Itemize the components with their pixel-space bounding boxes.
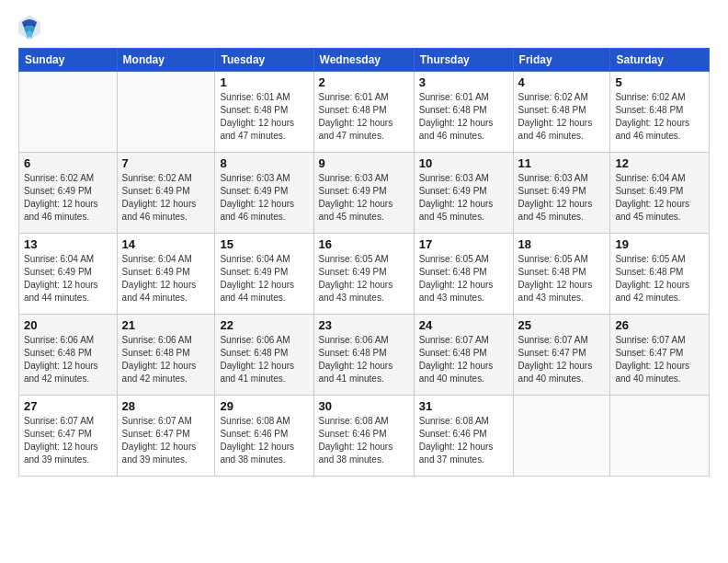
- weekday-header-thursday: Thursday: [414, 49, 513, 72]
- page: SundayMondayTuesdayWednesdayThursdayFrid…: [0, 0, 728, 486]
- day-number: 5: [615, 75, 704, 89]
- day-info: Sunrise: 6:03 AM Sunset: 6:49 PM Dayligh…: [319, 172, 409, 224]
- day-info: Sunrise: 6:02 AM Sunset: 6:49 PM Dayligh…: [122, 172, 210, 224]
- day-info: Sunrise: 6:08 AM Sunset: 6:46 PM Dayligh…: [220, 415, 308, 466]
- day-info: Sunrise: 6:06 AM Sunset: 6:48 PM Dayligh…: [319, 334, 409, 385]
- calendar-cell: 25Sunrise: 6:07 AM Sunset: 6:47 PM Dayli…: [513, 315, 610, 396]
- calendar-cell: 5Sunrise: 6:02 AM Sunset: 6:48 PM Daylig…: [610, 72, 710, 153]
- day-number: 23: [319, 318, 409, 332]
- day-info: Sunrise: 6:05 AM Sunset: 6:49 PM Dayligh…: [319, 253, 409, 304]
- calendar-cell: [117, 72, 215, 153]
- day-number: 13: [24, 237, 112, 251]
- calendar-cell: 17Sunrise: 6:05 AM Sunset: 6:48 PM Dayli…: [414, 234, 513, 315]
- day-number: 27: [24, 399, 112, 413]
- day-info: Sunrise: 6:02 AM Sunset: 6:48 PM Dayligh…: [518, 91, 606, 143]
- calendar-week-4: 20Sunrise: 6:06 AM Sunset: 6:48 PM Dayli…: [19, 315, 710, 396]
- day-number: 20: [24, 318, 112, 332]
- day-info: Sunrise: 6:03 AM Sunset: 6:49 PM Dayligh…: [518, 172, 606, 224]
- calendar-week-1: 1Sunrise: 6:01 AM Sunset: 6:48 PM Daylig…: [19, 72, 710, 153]
- calendar-cell: 14Sunrise: 6:04 AM Sunset: 6:49 PM Dayli…: [117, 234, 215, 315]
- calendar-cell: 18Sunrise: 6:05 AM Sunset: 6:48 PM Dayli…: [513, 234, 610, 315]
- day-info: Sunrise: 6:02 AM Sunset: 6:48 PM Dayligh…: [615, 91, 704, 143]
- day-number: 25: [518, 318, 606, 332]
- day-number: 7: [122, 156, 210, 170]
- calendar-cell: 1Sunrise: 6:01 AM Sunset: 6:48 PM Daylig…: [215, 72, 313, 153]
- day-number: 28: [122, 399, 210, 413]
- calendar-cell: 20Sunrise: 6:06 AM Sunset: 6:48 PM Dayli…: [19, 315, 118, 396]
- calendar-cell: 2Sunrise: 6:01 AM Sunset: 6:48 PM Daylig…: [313, 72, 414, 153]
- day-info: Sunrise: 6:08 AM Sunset: 6:46 PM Dayligh…: [319, 415, 409, 466]
- day-info: Sunrise: 6:05 AM Sunset: 6:48 PM Dayligh…: [518, 253, 606, 304]
- calendar-cell: 9Sunrise: 6:03 AM Sunset: 6:49 PM Daylig…: [313, 153, 414, 234]
- day-info: Sunrise: 6:07 AM Sunset: 6:47 PM Dayligh…: [615, 334, 704, 385]
- calendar-cell: [513, 396, 610, 477]
- day-info: Sunrise: 6:04 AM Sunset: 6:49 PM Dayligh…: [122, 253, 210, 304]
- day-number: 11: [518, 156, 606, 170]
- day-info: Sunrise: 6:01 AM Sunset: 6:48 PM Dayligh…: [419, 91, 508, 143]
- calendar-week-3: 13Sunrise: 6:04 AM Sunset: 6:49 PM Dayli…: [19, 234, 710, 315]
- day-info: Sunrise: 6:07 AM Sunset: 6:47 PM Dayligh…: [24, 415, 112, 466]
- day-number: 16: [319, 237, 409, 251]
- logo: [18, 18, 44, 40]
- calendar-cell: [610, 396, 710, 477]
- day-number: 9: [319, 156, 409, 170]
- calendar-cell: 24Sunrise: 6:07 AM Sunset: 6:48 PM Dayli…: [414, 315, 513, 396]
- day-info: Sunrise: 6:03 AM Sunset: 6:49 PM Dayligh…: [220, 172, 308, 224]
- calendar-cell: 12Sunrise: 6:04 AM Sunset: 6:49 PM Dayli…: [610, 153, 710, 234]
- day-info: Sunrise: 6:02 AM Sunset: 6:49 PM Dayligh…: [24, 172, 112, 224]
- day-number: 19: [615, 237, 704, 251]
- calendar-cell: 26Sunrise: 6:07 AM Sunset: 6:47 PM Dayli…: [610, 315, 710, 396]
- calendar-cell: 11Sunrise: 6:03 AM Sunset: 6:49 PM Dayli…: [513, 153, 610, 234]
- day-info: Sunrise: 6:06 AM Sunset: 6:48 PM Dayligh…: [220, 334, 308, 385]
- day-number: 21: [122, 318, 210, 332]
- calendar-cell: 21Sunrise: 6:06 AM Sunset: 6:48 PM Dayli…: [117, 315, 215, 396]
- calendar-cell: 15Sunrise: 6:04 AM Sunset: 6:49 PM Dayli…: [215, 234, 313, 315]
- day-number: 15: [220, 237, 308, 251]
- day-info: Sunrise: 6:07 AM Sunset: 6:48 PM Dayligh…: [419, 334, 508, 385]
- calendar-cell: 29Sunrise: 6:08 AM Sunset: 6:46 PM Dayli…: [215, 396, 313, 477]
- day-number: 2: [319, 75, 409, 89]
- calendar-cell: 30Sunrise: 6:08 AM Sunset: 6:46 PM Dayli…: [313, 396, 414, 477]
- calendar-cell: 31Sunrise: 6:08 AM Sunset: 6:46 PM Dayli…: [414, 396, 513, 477]
- calendar-cell: 3Sunrise: 6:01 AM Sunset: 6:48 PM Daylig…: [414, 72, 513, 153]
- day-number: 12: [615, 156, 704, 170]
- day-number: 24: [419, 318, 508, 332]
- day-number: 26: [615, 318, 704, 332]
- day-number: 10: [419, 156, 508, 170]
- day-number: 6: [24, 156, 112, 170]
- weekday-header-wednesday: Wednesday: [313, 49, 414, 72]
- weekday-header-friday: Friday: [513, 49, 610, 72]
- logo-icon: [18, 15, 40, 40]
- day-number: 1: [220, 75, 308, 89]
- day-number: 8: [220, 156, 308, 170]
- day-number: 30: [319, 399, 409, 413]
- day-info: Sunrise: 6:08 AM Sunset: 6:46 PM Dayligh…: [419, 415, 508, 466]
- day-info: Sunrise: 6:05 AM Sunset: 6:48 PM Dayligh…: [615, 253, 704, 304]
- calendar-cell: 16Sunrise: 6:05 AM Sunset: 6:49 PM Dayli…: [313, 234, 414, 315]
- day-info: Sunrise: 6:07 AM Sunset: 6:47 PM Dayligh…: [122, 415, 210, 466]
- calendar-week-2: 6Sunrise: 6:02 AM Sunset: 6:49 PM Daylig…: [19, 153, 710, 234]
- day-info: Sunrise: 6:01 AM Sunset: 6:48 PM Dayligh…: [319, 91, 409, 143]
- weekday-header-saturday: Saturday: [610, 49, 710, 72]
- calendar-cell: 27Sunrise: 6:07 AM Sunset: 6:47 PM Dayli…: [19, 396, 118, 477]
- calendar-cell: [19, 72, 118, 153]
- day-info: Sunrise: 6:05 AM Sunset: 6:48 PM Dayligh…: [419, 253, 508, 304]
- calendar-cell: 6Sunrise: 6:02 AM Sunset: 6:49 PM Daylig…: [19, 153, 118, 234]
- weekday-header-row: SundayMondayTuesdayWednesdayThursdayFrid…: [19, 49, 710, 72]
- day-info: Sunrise: 6:07 AM Sunset: 6:47 PM Dayligh…: [518, 334, 606, 385]
- day-info: Sunrise: 6:06 AM Sunset: 6:48 PM Dayligh…: [24, 334, 112, 385]
- calendar-cell: 22Sunrise: 6:06 AM Sunset: 6:48 PM Dayli…: [215, 315, 313, 396]
- day-info: Sunrise: 6:04 AM Sunset: 6:49 PM Dayligh…: [615, 172, 704, 224]
- day-number: 22: [220, 318, 308, 332]
- calendar-cell: 7Sunrise: 6:02 AM Sunset: 6:49 PM Daylig…: [117, 153, 215, 234]
- day-number: 29: [220, 399, 308, 413]
- day-number: 17: [419, 237, 508, 251]
- calendar-cell: 10Sunrise: 6:03 AM Sunset: 6:49 PM Dayli…: [414, 153, 513, 234]
- calendar-cell: 28Sunrise: 6:07 AM Sunset: 6:47 PM Dayli…: [117, 396, 215, 477]
- day-number: 3: [419, 75, 508, 89]
- calendar-cell: 19Sunrise: 6:05 AM Sunset: 6:48 PM Dayli…: [610, 234, 710, 315]
- weekday-header-monday: Monday: [117, 49, 215, 72]
- calendar-cell: 13Sunrise: 6:04 AM Sunset: 6:49 PM Dayli…: [19, 234, 118, 315]
- day-info: Sunrise: 6:04 AM Sunset: 6:49 PM Dayligh…: [220, 253, 308, 304]
- day-number: 14: [122, 237, 210, 251]
